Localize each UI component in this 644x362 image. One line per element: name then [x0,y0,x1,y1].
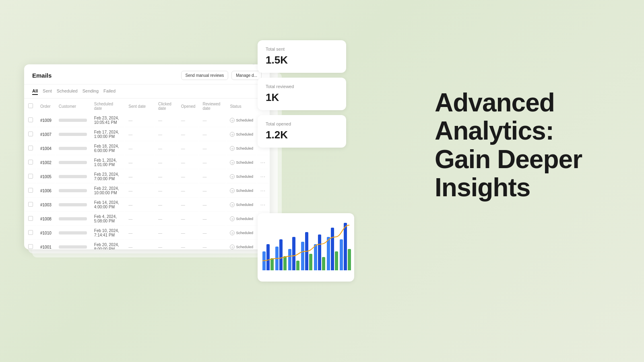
row-checkbox-cell[interactable] [25,226,36,240]
tab-failed[interactable]: Failed [103,88,116,95]
col-customer: Customer [56,99,90,113]
chart-bar-group [340,223,351,270]
row-checkbox-cell[interactable] [25,198,36,212]
row-order: #1007 [37,128,55,141]
send-manual-reviews-button[interactable]: Send manual reviews [181,71,229,80]
row-status: ○Scheduled [227,114,256,127]
email-table: Order Customer Scheduled date Sent date … [24,99,270,249]
row-customer [56,128,90,141]
col-scheduled-date: Scheduled date [91,99,124,113]
chart-bar-group [262,244,274,270]
row-clicked-date: — [155,142,177,155]
row-checkbox-cell[interactable] [25,241,36,249]
stat-opened-label: Total opened [266,121,338,126]
row-more-button[interactable]: ··· [260,188,266,193]
row-reviewed-date: — [199,198,226,212]
heading-line3: Gain Deeper [435,145,582,174]
email-header: Emails Send manual reviews Manage d... [24,64,270,84]
email-tabs: All Sent Scheduled Sending Failed [24,84,270,99]
row-clicked-date: — [155,156,177,169]
row-checkbox-cell[interactable] [25,128,36,141]
row-order: #1009 [37,114,55,127]
row-actions[interactable]: ··· [257,198,269,212]
tab-sending[interactable]: Sending [83,88,99,95]
row-actions[interactable]: ··· [257,184,269,197]
table-row: #1004 Feb 18, 2024, 6:00:00 PM — — — — ○… [25,142,269,155]
row-customer [56,142,90,155]
select-all-checkbox[interactable] [28,103,33,108]
row-status: ○Scheduled [227,241,256,249]
col-reviewed-date: Reviewed date [199,99,226,113]
row-more-button[interactable]: ··· [260,160,266,165]
chart-bar-group [314,234,325,270]
bar-green [322,257,325,270]
row-status: ○Scheduled [227,128,256,141]
stat-opened-value: 1.2K [266,129,338,141]
row-clicked-date: — [155,241,177,249]
row-actions[interactable]: ··· [257,156,269,169]
bar-green [348,249,351,270]
row-more-button[interactable]: ··· [260,202,266,208]
row-order: #1004 [37,142,55,155]
bar-dark-blue [292,237,295,270]
row-customer [56,156,90,169]
row-checkbox-cell[interactable] [25,184,36,197]
row-order: #1010 [37,226,55,240]
row-status: ○Scheduled [227,226,256,240]
table-row: #1008 Feb 4, 2024, 5:08:00 PM — — — — ○S… [25,212,269,226]
row-scheduled-date: Feb 4, 2024, 5:08:00 PM [91,212,124,226]
bar-blue [314,244,317,270]
row-customer [56,198,90,212]
tab-all[interactable]: All [32,88,38,95]
row-status: ○Scheduled [227,142,256,155]
bar-dark-blue [266,244,270,270]
main-heading: Advanced Analytics: Gain Deeper Insights [435,88,612,202]
row-sent-date: — [125,184,154,197]
table-row: #1009 Feb 23, 2024, 10:05:41 PM — — — — … [25,114,269,127]
bar-dark-blue [305,232,308,270]
row-scheduled-date: Feb 20, 2024, 8:00:00 PM [91,241,124,249]
row-sent-date: — [125,212,154,226]
table-row: #1001 Feb 20, 2024, 8:00:00 PM — — — — ○… [25,241,269,249]
bar-green [296,261,299,270]
row-reviewed-date: — [199,114,226,127]
row-more-button[interactable]: ··· [260,174,266,179]
chart-bar-group [301,232,312,270]
row-customer [56,212,90,226]
row-checkbox-cell[interactable] [25,156,36,169]
chart-card [258,213,354,282]
row-order: #1001 [37,241,55,249]
row-checkbox-cell[interactable] [25,142,36,155]
row-checkbox-cell[interactable] [25,170,36,183]
row-opened: — [178,114,199,127]
row-order: #1005 [37,170,55,183]
bar-green [309,254,312,270]
bar-dark-blue [344,223,347,270]
status-badge: ○Scheduled [230,216,253,221]
tab-sent[interactable]: Sent [43,88,52,95]
row-sent-date: — [125,198,154,212]
table-row: #1010 Feb 10, 2024, 7:14:41 PM — — — — ○… [25,226,269,240]
row-opened: — [178,142,199,155]
status-badge: ○Scheduled [230,132,253,137]
manage-button[interactable]: Manage d... [231,71,262,80]
bar-green [283,256,287,270]
chart-area [262,218,349,270]
tab-scheduled[interactable]: Scheduled [57,88,78,95]
row-scheduled-date: Feb 23, 2024, 7:00:00 PM [91,170,124,183]
row-actions[interactable]: ··· [257,170,269,183]
stat-reviewed-label: Total reviewed [266,84,338,89]
row-checkbox-cell[interactable] [25,114,36,127]
row-opened: — [178,128,199,141]
chart-bar-group [327,228,338,270]
row-reviewed-date: — [199,170,226,183]
row-status: ○Scheduled [227,156,256,169]
row-scheduled-date: Feb 22, 2024, 10:00:00 PM [91,184,124,197]
row-sent-date: — [125,156,154,169]
bar-blue [262,251,266,270]
row-status: ○Scheduled [227,170,256,183]
status-badge: ○Scheduled [230,245,253,249]
row-order: #1002 [37,156,55,169]
row-checkbox-cell[interactable] [25,212,36,226]
bar-blue [275,247,279,270]
